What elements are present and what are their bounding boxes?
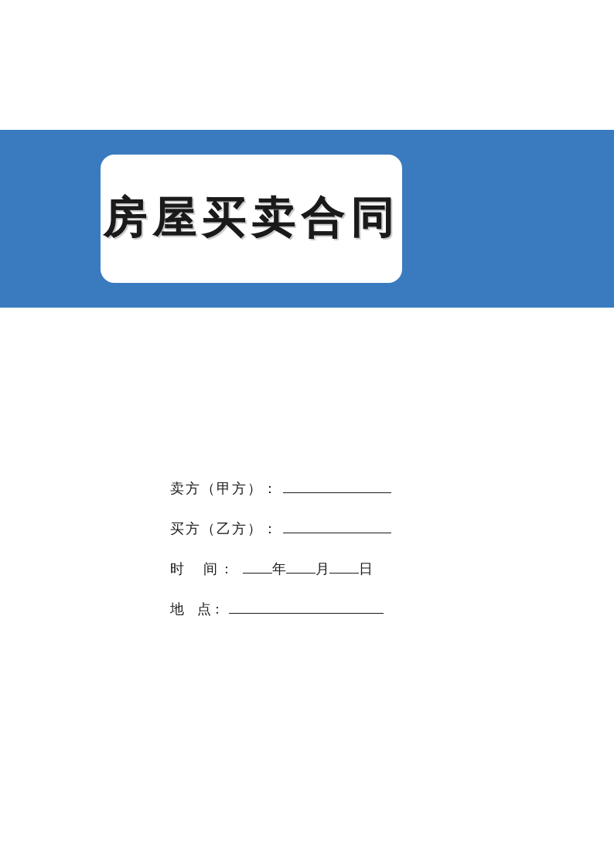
buyer-row: 买方（乙方）： bbox=[170, 519, 464, 538]
time-month-field[interactable] bbox=[286, 573, 316, 574]
time-year-unit: 年 bbox=[272, 560, 286, 578]
seller-label: 卖方（甲方）： bbox=[170, 479, 278, 498]
title-box: 房屋买卖合同 bbox=[101, 155, 402, 283]
document-title: 房屋买卖合同 bbox=[103, 189, 400, 248]
seller-field[interactable] bbox=[283, 492, 391, 493]
location-label: 地 点: bbox=[170, 600, 224, 618]
location-row: 地 点: bbox=[170, 600, 464, 618]
document-page: 房屋买卖合同 卖方（甲方）： 买方（乙方）： 时 间: 年 月 日 地 点: bbox=[0, 0, 614, 868]
time-label: 时 间: bbox=[170, 560, 237, 578]
seller-row: 卖方（甲方）： bbox=[170, 479, 464, 498]
buyer-label: 买方（乙方）： bbox=[170, 519, 278, 538]
buyer-field[interactable] bbox=[283, 533, 391, 533]
location-field[interactable] bbox=[229, 613, 384, 614]
time-row: 时 间: 年 月 日 bbox=[170, 560, 464, 578]
time-year-field[interactable] bbox=[243, 573, 272, 574]
time-day-unit: 日 bbox=[359, 560, 373, 578]
time-day-field[interactable] bbox=[329, 573, 359, 574]
form-section: 卖方（甲方）： 买方（乙方）： 时 间: 年 月 日 地 点: bbox=[170, 479, 464, 640]
time-month-unit: 月 bbox=[316, 560, 329, 578]
